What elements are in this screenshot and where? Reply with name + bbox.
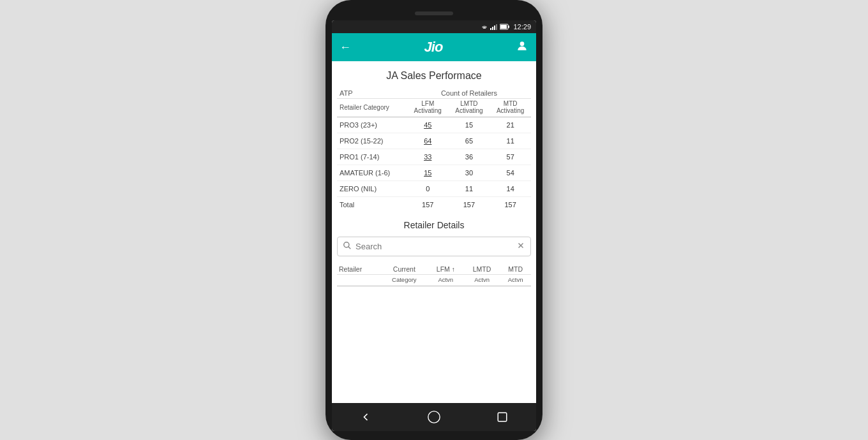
retailer-col-current-cat: Current [381,263,428,275]
retailer-col-current-cat-sub: Category [381,275,428,286]
phone-top-bar [332,9,536,18]
perf-lmtd-cell: 36 [449,149,490,165]
perf-lmtd-cell: 15 [449,117,490,133]
retailer-details-title: Retailer Details [337,220,531,230]
perf-lmtd-cell: 65 [449,133,490,149]
perf-total-row: Total157157157 [337,197,531,213]
phone-speaker [415,11,453,15]
search-icon [343,241,352,252]
table-row: PRO2 (15-22)646511 [337,133,531,149]
perf-header-sub: Retailer Category LFM Activating LMTD Ac… [337,99,531,117]
svg-point-7 [520,41,525,46]
retailer-col-lmtd: LMTD [464,263,500,275]
svg-rect-5 [508,26,509,28]
perf-col-mtd: MTD Activating [490,99,531,117]
table-row: PRO1 (7-14)333657 [337,149,531,165]
perf-mtd-cell: 11 [490,133,531,149]
perf-col-lfm: LFM Activating [407,99,449,117]
perf-col-retailer-category: Retailer Category [337,99,407,117]
perf-lfm-cell[interactable]: 64 [407,133,449,149]
table-row: ZERO (NIL)01114 [337,181,531,197]
svg-rect-3 [496,24,497,30]
battery-icon [500,24,510,30]
retailer-col-lfm-sub: Actvn [428,275,464,286]
retailer-col-lmtd-sub: Actvn [464,275,500,286]
perf-category-cell: PRO1 (7-14) [337,149,407,165]
account-button[interactable] [516,40,528,55]
account-icon [516,40,528,52]
retailer-col-mtd: MTD [500,263,531,275]
perf-mtd-cell: 54 [490,165,531,181]
perf-mtd-cell: 14 [490,181,531,197]
retailer-header-sub: Category Actvn Actvn Actvn [337,275,531,286]
nav-back-button[interactable] [354,406,377,429]
status-icons: 12:29 [481,23,531,31]
perf-col-count-retailers: Count of Retailers [407,87,531,99]
phone-shell: 12:29 ← Jio JA Sales Performace [326,0,542,440]
retailer-section: Retailer Details [332,212,536,286]
retailer-table: Retailer Current LFM ↑ LMTD MTD [337,263,531,286]
perf-col-lmtd: LMTD Activating [449,99,490,117]
app-bar: ← Jio [332,33,536,61]
perf-header-top: ATP Count of Retailers [337,87,531,99]
perf-lfm-cell[interactable]: 15 [407,165,449,181]
back-button[interactable]: ← [340,41,351,54]
perf-col-atp: ATP [337,87,407,99]
table-row: PRO3 (23+)451521 [337,117,531,133]
retailer-col-mtd-sub: Actvn [500,275,531,286]
nav-home-button[interactable] [423,406,445,429]
performance-section: ATP Count of Retailers Retailer Category… [332,87,536,212]
perf-lfm-cell[interactable]: 45 [407,117,449,133]
retailer-col-lfm: LFM ↑ [428,263,464,275]
status-bar: 12:29 [332,20,536,33]
perf-lfm-cell[interactable]: 33 [407,149,449,165]
perf-category-cell: PRO2 (15-22) [337,133,407,149]
nav-bar [332,403,536,431]
jio-logo: Jio [424,39,443,55]
perf-mtd-cell: 21 [490,117,531,133]
perf-lmtd-cell: 30 [449,165,490,181]
perf-lfm-cell: 0 [407,181,449,197]
sort-arrow-lfm[interactable]: ↑ [452,266,455,273]
search-bar[interactable] [337,237,531,256]
svg-line-9 [348,247,351,249]
nav-recents-button[interactable] [491,406,514,429]
svg-rect-2 [494,26,495,30]
perf-category-cell: AMATEUR (1-6) [337,165,407,181]
svg-rect-13 [498,413,507,422]
svg-rect-0 [490,28,491,30]
perf-lmtd-cell: 11 [449,181,490,197]
perf-category-cell: ZERO (NIL) [337,181,407,197]
perf-category-cell: PRO3 (23+) [337,117,407,133]
status-time: 12:29 [513,23,531,31]
search-input[interactable] [355,242,516,251]
svg-point-12 [428,411,440,423]
table-row: AMATEUR (1-6)153054 [337,165,531,181]
svg-point-8 [344,242,349,247]
performance-table: ATP Count of Retailers Retailer Category… [337,87,531,212]
svg-rect-6 [500,25,507,29]
perf-table-body: PRO3 (23+)451521PRO2 (15-22)646511PRO1 (… [337,117,531,213]
wifi-icon [481,24,488,30]
content-area: JA Sales Performace ATP Count of Retaile… [332,61,536,403]
retailer-header-top: Retailer Current LFM ↑ LMTD MTD [337,263,531,275]
perf-mtd-cell: 57 [490,149,531,165]
phone-screen: 12:29 ← Jio JA Sales Performace [332,20,536,431]
page-title: JA Sales Performace [332,61,536,87]
signal-icon [490,24,498,30]
retailer-col-retailer: Retailer [337,263,381,275]
svg-rect-1 [492,27,493,30]
search-clear-button[interactable] [516,241,525,252]
